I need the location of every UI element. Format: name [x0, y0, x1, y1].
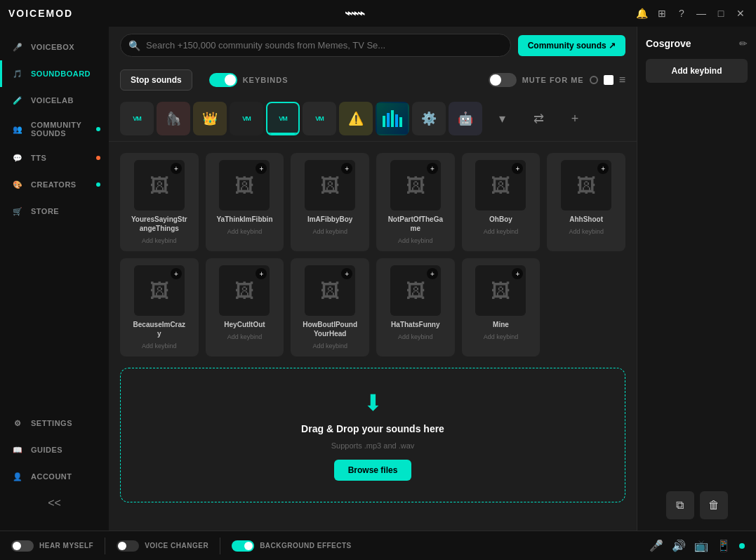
voice-changer-toggle[interactable] [117, 540, 139, 552]
category-tab-crown[interactable]: 👑 [193, 102, 227, 135]
sidebar-item-account[interactable]: 👤 ACCOUNT [0, 463, 109, 490]
bottom-bar: HEAR MYSELF VOICE CHANGER BACKGROUND EFF… [0, 531, 756, 560]
stop-sounds-button[interactable]: Stop sounds [120, 69, 192, 91]
category-tab-shuffle[interactable]: ⇄ [522, 102, 555, 135]
sound-keybind-s5[interactable]: Add keybind [484, 228, 519, 235]
sounds-area: 🖼 + YouresSayingStrangeThings Add keybin… [109, 142, 637, 531]
sound-card-s7[interactable]: 🖼 + BecauseImCrazy Add keybind [120, 258, 199, 356]
notification-icon[interactable]: 🔔 [635, 6, 649, 20]
list-view-icon[interactable]: ≡ [619, 74, 625, 86]
right-panel-edit-icon[interactable]: ✏ [739, 38, 748, 49]
mute-toggle[interactable] [489, 73, 517, 87]
background-effects-toggle[interactable] [232, 540, 254, 552]
sound-keybind-s10[interactable]: Add keybind [398, 333, 433, 340]
sound-keybind-s2[interactable]: Add keybind [227, 228, 263, 235]
sidebar-item-community[interactable]: 👥 COMMUNITY SOUNDS [0, 114, 109, 145]
sound-card-s10[interactable]: 🖼 + HaThatsFunny Add keybind [376, 258, 455, 356]
sound-thumb-s2: 🖼 + [219, 160, 270, 211]
title-bar: VOICEMOD ⌁⌁⌁ 🔔 ⊞ ? — □ ✕ [0, 0, 756, 27]
close-button[interactable]: ✕ [734, 6, 748, 20]
sidebar-item-store[interactable]: 🛒 STORE [0, 198, 109, 225]
maximize-button[interactable]: □ [714, 6, 728, 20]
category-tab-add[interactable]: + [558, 102, 592, 135]
sound-card-s8[interactable]: 🖼 + HeyCutItOut Add keybind [206, 258, 284, 356]
sidebar-item-creators[interactable]: 🎨 CREATORS [0, 171, 109, 198]
tts-dot [96, 156, 100, 160]
sound-card-s6[interactable]: 🖼 + AhhShoot Add keybind [547, 153, 625, 251]
sound-thumb-s11: 🖼 + [475, 265, 526, 316]
sound-card-s1[interactable]: 🖼 + YouresSayingStrangeThings Add keybin… [120, 153, 199, 251]
category-tab-vm1[interactable]: VM [120, 102, 154, 135]
sidebar-item-settings[interactable]: ⚙ SETTINGS [0, 410, 109, 436]
add-keybind-button[interactable]: Add keybind [646, 59, 748, 83]
mute-toggle-knob [490, 74, 501, 86]
hear-myself-knob [13, 542, 21, 550]
mute-dot-option[interactable] [590, 76, 598, 84]
sound-thumb-s7: 🖼 + [134, 265, 185, 316]
search-icon: 🔍 [128, 40, 140, 51]
category-tab-bars[interactable] [376, 102, 409, 135]
sound-keybind-s3[interactable]: Add keybind [312, 228, 347, 235]
collapse-button[interactable]: << [0, 490, 109, 516]
sound-card-s11[interactable]: 🖼 + Mine Add keybind [462, 258, 541, 356]
sound-keybind-s7[interactable]: Add keybind [142, 342, 177, 349]
sound-keybind-s4[interactable]: Add keybind [398, 237, 433, 244]
drag-drop-area[interactable]: ⬇ Drag & Drop your sounds here Supports … [120, 368, 625, 502]
sidebar-label-soundboard: SOUNDBOARD [31, 69, 91, 78]
discord-icon[interactable]: ⊞ [655, 6, 669, 20]
sidebar-item-soundboard[interactable]: 🎵 SOUNDBOARD [0, 60, 109, 87]
sound-keybind-s6[interactable]: Add keybind [569, 228, 604, 235]
sound-card-s4[interactable]: 🖼 + NotPartOfTheGame Add keybind [376, 153, 455, 251]
category-tab-robot[interactable]: 🤖 [449, 102, 482, 135]
sidebar-item-voicelab[interactable]: 🧪 VOICELAB [0, 87, 109, 114]
mobile-icon[interactable]: 📱 [717, 539, 731, 552]
speaker-icon[interactable]: 🔊 [672, 539, 686, 552]
background-effects-label: BACKGROUND EFFECTS [260, 542, 352, 549]
sound-thumb-s6: 🖼 + [561, 160, 611, 211]
hear-myself-toggle[interactable] [11, 540, 34, 552]
search-container: 🔍 [120, 34, 511, 57]
keybinds-section: KEYBINDS [209, 73, 289, 87]
mute-square-option[interactable] [604, 75, 614, 85]
sound-thumb-s10: 🖼 + [390, 265, 441, 316]
minimize-button[interactable]: — [694, 6, 708, 20]
sidebar-bottom: ⚙ SETTINGS 📖 GUIDES 👤 ACCOUNT << [0, 403, 109, 524]
sound-keybind-s11[interactable]: Add keybind [484, 333, 519, 340]
category-tab-vm3[interactable]: VM [266, 102, 300, 135]
help-icon[interactable]: ? [675, 6, 689, 20]
soundboard-icon: 🎵 [11, 67, 24, 80]
browse-files-button[interactable]: Browse files [334, 460, 412, 481]
category-tab-circle[interactable]: ⚙️ [412, 102, 446, 135]
sidebar-item-tts[interactable]: 💬 TTS [0, 145, 109, 171]
search-input[interactable] [120, 34, 511, 57]
delete-sound-button[interactable]: 🗑 [700, 491, 728, 519]
display-icon[interactable]: 📺 [694, 539, 708, 552]
category-tab-more[interactable]: ▾ [485, 102, 519, 135]
sidebar-item-voicebox[interactable]: 🎤 VOICEBOX [0, 34, 109, 60]
copy-sound-button[interactable]: ⧉ [666, 491, 694, 519]
sound-name-s2: YaThinkImFibbin [216, 215, 272, 224]
sound-card-s2[interactable]: 🖼 + YaThinkImFibbin Add keybind [206, 153, 284, 251]
sound-keybind-s9[interactable]: Add keybind [312, 342, 347, 349]
keybinds-toggle[interactable] [209, 73, 237, 87]
sidebar-label-tts: TTS [31, 154, 46, 162]
main-layout: 🎤 VOICEBOX 🎵 SOUNDBOARD 🧪 VOICELAB 👥 COM… [0, 27, 756, 531]
sound-thumb-s4: 🖼 + [390, 160, 441, 211]
category-tab-warning[interactable]: ⚠️ [339, 102, 373, 135]
category-tab-gorilla[interactable]: 🦍 [157, 102, 190, 135]
sidebar-item-guides[interactable]: 📖 GUIDES [0, 436, 109, 463]
category-tab-vm4[interactable]: VM [303, 102, 336, 135]
community-sounds-button[interactable]: Community sounds ↗ [518, 35, 625, 56]
sound-card-s9[interactable]: 🖼 + HowBoutIPoundYourHead Add keybind [291, 258, 369, 356]
copy-icon: ⧉ [676, 499, 684, 512]
sound-keybind-s1[interactable]: Add keybind [142, 237, 177, 244]
category-tab-vm2[interactable]: VM [230, 102, 263, 135]
sound-keybind-s8[interactable]: Add keybind [227, 333, 263, 340]
collapse-icon: << [48, 497, 61, 509]
voice-changer-knob [118, 542, 126, 550]
sound-card-s5[interactable]: 🖼 + OhBoy Add keybind [462, 153, 541, 251]
right-panel: Cosgrove ✏ Add keybind ⧉ 🗑 [637, 27, 756, 531]
mic-icon[interactable]: 🎤 [649, 539, 663, 552]
stop-sounds-label: Stop sounds [131, 75, 182, 85]
sound-card-s3[interactable]: 🖼 + ImAFibbyBoy Add keybind [291, 153, 369, 251]
